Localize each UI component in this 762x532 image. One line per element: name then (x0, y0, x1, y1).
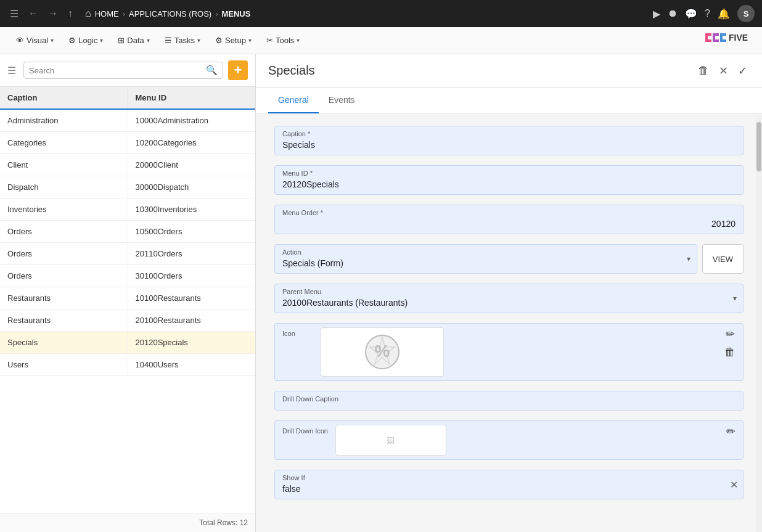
back-icon[interactable]: ← (26, 6, 41, 22)
data-arrow: ▾ (147, 37, 150, 44)
action-field[interactable]: Action Specials (Form) ▾ (274, 244, 697, 274)
play-icon[interactable]: ▶ (653, 8, 660, 20)
setup-icon: ⚙ (215, 36, 223, 45)
caption-cell: Specials (0, 332, 128, 353)
tools-icon: ✂ (266, 36, 273, 45)
menuid-cell: 10000Administration (128, 110, 256, 131)
delete-record-button[interactable]: 🗑 (695, 62, 711, 80)
menuorder-group: Menu Order * 20120 (274, 205, 744, 234)
parentmenu-field[interactable]: Parent Menu 20100Restaurants (Restaurant… (274, 284, 744, 313)
caption-value: Specials (282, 139, 735, 151)
action-dropdown-arrow: ▾ (687, 255, 690, 263)
hamburger-icon[interactable]: ☰ (7, 6, 21, 22)
table-row[interactable]: Client 20000Client (0, 154, 255, 176)
menuorder-value: 20120 (282, 218, 735, 230)
table-footer: Total Rows: 12 (0, 513, 255, 532)
menuid-cell: 20100Restaurants (128, 309, 256, 331)
specials-icon-svg: % (364, 334, 401, 370)
avatar[interactable]: S (737, 5, 755, 22)
caption-field[interactable]: Caption * Specials (274, 126, 744, 155)
filter-icon: ☰ (7, 65, 16, 76)
add-button[interactable]: + (228, 60, 248, 80)
drilldown-caption-field[interactable]: Drill Down Caption (274, 391, 744, 411)
nav-logic-label: Logic (78, 36, 97, 45)
drilldown-edit-actions: ✏ (726, 425, 735, 438)
right-panel: Specials 🗑 ✕ ✓ General Events Caption * … (256, 54, 762, 532)
right-scrollbar[interactable] (756, 116, 762, 532)
table-row[interactable]: Restaurants 20100Restaurants (0, 309, 255, 332)
breadcrumb-app[interactable]: APPLICATIONS (ROS) (129, 9, 211, 18)
table-row[interactable]: Users 10400Users (0, 354, 255, 376)
delete-icon-button[interactable]: 🗑 (724, 346, 735, 359)
home-icon[interactable]: ⌂ (85, 8, 91, 19)
edit-icon-button[interactable]: ✏ (724, 327, 735, 341)
svg-text:FIVE: FIVE (729, 33, 748, 43)
forward-icon[interactable]: → (46, 6, 60, 22)
menuid-cell: 10100Restaurants (128, 287, 256, 309)
table-row[interactable]: Inventories 10300Inventories (0, 198, 255, 221)
table-row[interactable]: Categories 10200Categories (0, 132, 255, 154)
menuorder-field[interactable]: Menu Order * 20120 (274, 205, 744, 234)
table-row[interactable]: Orders 30100Orders (0, 265, 255, 287)
svg-marker-0 (705, 33, 711, 42)
drilldown-caption-label: Drill Down Caption (282, 395, 735, 403)
caption-cell: Inventories (0, 198, 128, 220)
icon-field: Icon % ✏ 🗑 (274, 323, 744, 381)
nav-visual[interactable]: 👁 Visual ▾ (10, 32, 60, 49)
showif-close-button[interactable]: ✕ (730, 479, 738, 491)
table-row[interactable]: Restaurants 10100Restaurants (0, 287, 255, 309)
nav-data-label: Data (127, 36, 144, 45)
nav-setup[interactable]: ⚙ Setup ▾ (209, 32, 258, 49)
table-row[interactable]: Orders 10500Orders (0, 221, 255, 243)
action-with-view: Action Specials (Form) ▾ VIEW (274, 244, 744, 274)
five-logo: FIVE (703, 31, 752, 50)
save-button[interactable]: ✓ (735, 62, 750, 80)
caption-column-header[interactable]: Caption (0, 87, 128, 108)
record-icon[interactable]: ⏺ (668, 8, 678, 19)
table-row-selected[interactable]: Specials 20120Specials (0, 332, 255, 354)
close-panel-button[interactable]: ✕ (716, 62, 731, 80)
svg-marker-2 (720, 33, 726, 42)
table-row[interactable]: Dispatch 30000Dispatch (0, 176, 255, 198)
showif-field[interactable]: Show If false ✕ (274, 470, 744, 499)
drilldown-icon-group: Drill Down Icon 🖼 ✏ (274, 420, 744, 460)
chat-icon[interactable]: 💬 (685, 8, 697, 20)
table-row[interactable]: Administration 10000Administration (0, 110, 255, 132)
table-row[interactable]: Orders 20110Orders (0, 243, 255, 265)
tab-events[interactable]: Events (319, 88, 365, 113)
drilldown-caption-value (282, 404, 735, 406)
menuid-cell: 10300Inventories (128, 198, 256, 220)
help-icon[interactable]: ? (705, 8, 710, 19)
right-title: Specials (268, 63, 315, 78)
nav-tools[interactable]: ✂ Tools ▾ (260, 32, 306, 49)
action-value: Specials (Form) (282, 257, 679, 269)
main-layout: ☰ 🔍 + Caption Menu ID Administration 100… (0, 54, 762, 532)
menuid-cell: 10500Orders (128, 221, 256, 242)
menuid-cell: 10200Categories (128, 132, 256, 153)
view-button[interactable]: VIEW (702, 244, 744, 274)
table-header: Caption Menu ID (0, 87, 255, 110)
scrollbar-thumb (756, 122, 761, 171)
breadcrumb-sep1: › (123, 9, 125, 18)
breadcrumb: ⌂ HOME › APPLICATIONS (ROS) › MENUS (85, 8, 250, 19)
search-input[interactable] (29, 66, 206, 75)
icon-preview: % (321, 327, 444, 377)
nav-logic[interactable]: ⚙ Logic ▾ (62, 32, 109, 49)
breadcrumb-home[interactable]: HOME (95, 9, 119, 18)
caption-cell: Orders (0, 265, 128, 287)
nav-data[interactable]: ⊞ Data ▾ (112, 32, 155, 49)
bell-icon[interactable]: 🔔 (718, 8, 730, 20)
action-label: Action (282, 248, 679, 256)
menuid-column-header[interactable]: Menu ID (128, 87, 256, 108)
logic-arrow: ▾ (100, 37, 103, 44)
menuid-field[interactable]: Menu ID * 20120Specials (274, 165, 744, 195)
second-nav: 👁 Visual ▾ ⚙ Logic ▾ ⊞ Data ▾ ☰ Tasks ▾ … (0, 27, 762, 54)
search-input-wrap[interactable]: 🔍 (23, 62, 223, 79)
up-icon[interactable]: ↑ (65, 6, 75, 22)
nav-setup-label: Setup (225, 36, 246, 45)
edit-drilldown-icon-button[interactable]: ✏ (726, 425, 735, 438)
tab-general[interactable]: General (268, 88, 319, 113)
parentmenu-label: Parent Menu (282, 288, 726, 295)
nav-tasks[interactable]: ☰ Tasks ▾ (158, 32, 207, 49)
svg-marker-1 (713, 33, 719, 42)
